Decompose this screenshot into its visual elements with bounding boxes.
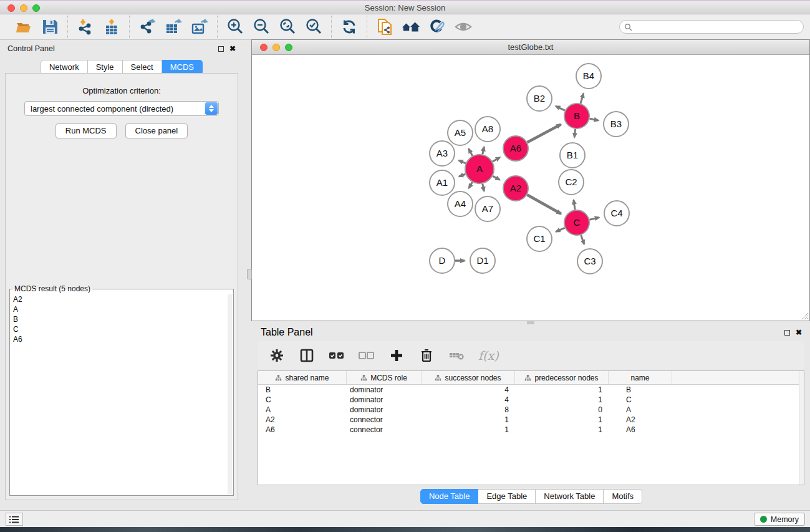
table-cell[interactable]: 1	[515, 395, 609, 404]
edge-C-C2[interactable]	[574, 200, 575, 210]
table-cell[interactable]: connector	[347, 415, 422, 424]
table-scrollbar[interactable]	[799, 371, 804, 485]
table-cell[interactable]: A6	[609, 425, 672, 434]
window-titlebar[interactable]: Session: New Session	[0, 1, 810, 14]
table-cell[interactable]: B	[609, 385, 672, 394]
table-row[interactable]: A2connector11A2	[258, 415, 804, 425]
result-item[interactable]: B	[11, 314, 227, 324]
import-network-icon[interactable]	[76, 17, 95, 36]
close-panel-button[interactable]: Close panel	[125, 123, 188, 138]
table-row[interactable]: Cdominator41C	[258, 395, 804, 405]
delete-table-icon[interactable]	[448, 347, 465, 364]
edge-C-C1[interactable]	[556, 228, 565, 231]
edge-B-B3[interactable]	[590, 118, 599, 120]
open-session-icon[interactable]	[14, 17, 33, 36]
table-cell[interactable]: A2	[609, 415, 672, 424]
close-panel-icon[interactable]: ✖	[229, 45, 236, 52]
table-cell[interactable]: 1	[515, 425, 609, 434]
float-table-panel-icon[interactable]	[784, 330, 790, 336]
edge-C-C3[interactable]	[581, 235, 584, 244]
table-cell[interactable]: C	[258, 395, 347, 404]
close-table-panel-icon[interactable]: ✖	[796, 329, 802, 336]
stylized-g-icon[interactable]	[428, 17, 446, 36]
tab-node-table[interactable]: Node Table	[420, 489, 479, 504]
tab-network-table[interactable]: Network Table	[536, 489, 604, 504]
search-field[interactable]	[619, 20, 804, 34]
table-cell[interactable]: 1	[515, 415, 609, 424]
table-cell[interactable]: 4	[422, 385, 515, 394]
export-table-icon[interactable]	[164, 17, 183, 36]
memory-button[interactable]: Memory	[754, 513, 805, 526]
table-row[interactable]: Adominator80A	[258, 405, 804, 415]
select-all-columns-icon[interactable]	[329, 347, 345, 364]
run-mcds-button[interactable]: Run MCDS	[55, 123, 117, 138]
result-item[interactable]: A	[11, 304, 227, 314]
close-window-button[interactable]	[7, 4, 15, 12]
tab-motifs[interactable]: Motifs	[604, 489, 642, 504]
tab-edge-table[interactable]: Edge Table	[478, 489, 536, 504]
column-header-shared-name[interactable]: shared name	[258, 371, 347, 384]
float-panel-icon[interactable]	[218, 46, 224, 52]
edge-A-A8[interactable]	[483, 147, 484, 154]
show-column-panel-icon[interactable]	[299, 347, 315, 364]
resize-grip-icon[interactable]	[800, 311, 809, 320]
zoom-window-button[interactable]	[32, 4, 40, 12]
edge-B-B2[interactable]	[556, 106, 565, 110]
table-cell[interactable]: dominator	[347, 385, 422, 394]
duplicate-network-icon[interactable]	[375, 17, 394, 36]
table-cell[interactable]: C	[609, 395, 672, 404]
edge-A-A7[interactable]	[483, 184, 484, 191]
table-cell[interactable]: 0	[515, 405, 609, 414]
result-item[interactable]: C	[11, 324, 227, 334]
import-table-icon[interactable]	[102, 17, 121, 36]
table-cell[interactable]: A2	[258, 415, 347, 424]
delete-column-trash-icon[interactable]	[418, 347, 435, 364]
create-column-plus-icon[interactable]	[388, 347, 405, 364]
network-window-titlebar[interactable]: testGlobe.txt	[252, 40, 809, 55]
column-header-name[interactable]: name	[609, 371, 672, 384]
network-close-button[interactable]	[260, 44, 268, 51]
column-header-successor-nodes[interactable]: successor nodes	[422, 371, 515, 384]
export-image-icon[interactable]	[190, 17, 209, 36]
table-cell[interactable]: 1	[422, 425, 515, 434]
eye-icon[interactable]	[454, 17, 473, 36]
table-cell[interactable]: connector	[347, 425, 422, 434]
table-cell[interactable]: dominator	[347, 395, 422, 404]
table-row[interactable]: A6connector11A6	[258, 425, 804, 435]
table-cell[interactable]: dominator	[347, 405, 422, 414]
table-cell[interactable]: 1	[422, 415, 515, 424]
network-minimize-button[interactable]	[272, 44, 280, 51]
export-network-icon[interactable]	[138, 17, 157, 36]
table-cell[interactable]: B	[258, 385, 347, 394]
zoom-out-icon[interactable]	[252, 17, 271, 36]
table-cell[interactable]: A	[609, 405, 672, 414]
result-scrollbar[interactable]	[228, 294, 232, 494]
edge-A6-B[interactable]	[528, 125, 561, 143]
edge-C-C4[interactable]	[589, 218, 599, 220]
vertical-scrollbar-thumb[interactable]	[247, 269, 252, 279]
search-input[interactable]	[635, 21, 803, 32]
edge-A2-C[interactable]	[527, 195, 561, 214]
edge-A-A6[interactable]	[493, 157, 500, 162]
edge-A-A4[interactable]	[469, 182, 472, 188]
optimization-criterion-dropdown[interactable]: largest connected component (directed)	[24, 101, 219, 116]
zoom-fit-icon[interactable]	[278, 17, 297, 36]
homes-icon[interactable]	[402, 17, 420, 36]
table-cell[interactable]: 1	[515, 385, 609, 394]
minimize-window-button[interactable]	[20, 4, 27, 12]
table-settings-gear-icon[interactable]	[269, 347, 285, 364]
zoom-selected-icon[interactable]	[304, 17, 323, 36]
edge-B-B4[interactable]	[581, 94, 584, 104]
table-row[interactable]: Bdominator41B	[258, 385, 804, 395]
edge-A-A3[interactable]	[459, 160, 466, 163]
table-cell[interactable]: 8	[422, 405, 515, 414]
table-cell[interactable]: A6	[258, 425, 347, 434]
column-header-predecessor-nodes[interactable]: predecessor nodes	[515, 371, 609, 384]
network-canvas[interactable]: B4B2BB3A8A5A6A3B1AC2A1A2A4A7C4CC1C3DD1	[252, 56, 809, 321]
task-history-button[interactable]	[6, 513, 23, 526]
save-session-icon[interactable]	[41, 17, 59, 36]
function-builder-icon[interactable]: f(x)	[478, 349, 499, 362]
column-header-MCDS-role[interactable]: MCDS role	[347, 371, 422, 384]
edge-A-A1[interactable]	[459, 174, 465, 177]
refresh-icon[interactable]	[340, 17, 359, 36]
